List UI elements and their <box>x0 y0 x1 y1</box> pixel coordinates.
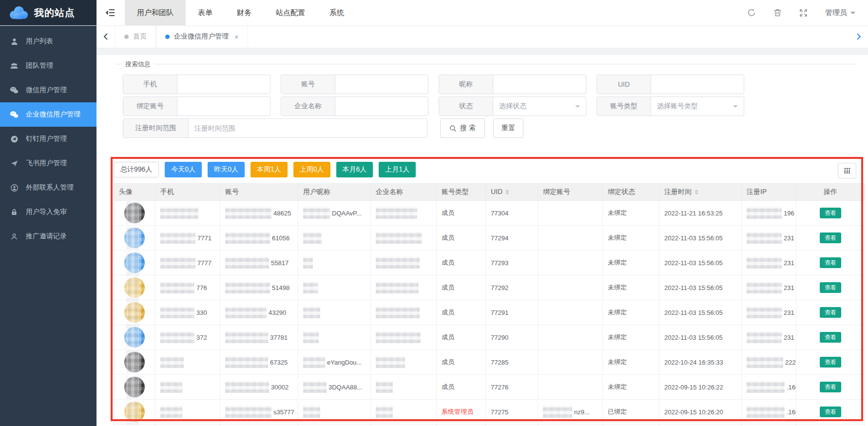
column-header-reg_time[interactable]: 注册时间 <box>659 184 742 201</box>
stat-this-week[interactable]: 本周1人 <box>251 162 288 177</box>
tab-wecom-user-mgmt[interactable]: 企业微信用户管理 × <box>156 25 248 48</box>
cell-avatar <box>114 400 155 425</box>
cell-bind_status: 已绑定 <box>603 400 659 425</box>
cell-account: s35777 <box>220 400 298 425</box>
sidebar-item-external-contacts[interactable]: 外部联系人管理 <box>0 175 96 200</box>
redacted-block <box>225 207 271 219</box>
top-tab-forms[interactable]: 表单 <box>186 0 225 25</box>
view-button[interactable]: 查看 <box>820 232 841 243</box>
table-row: 300023DQAA88...成员77276未绑定2022-09-15 10:2… <box>114 375 865 400</box>
view-button[interactable]: 查看 <box>820 307 841 318</box>
phone-field-group: 手机 <box>123 75 270 94</box>
sidebar-item-dingtalk-user-mgmt[interactable]: 钉钉用户管理 <box>0 127 96 151</box>
cell-type: 成员 <box>437 350 486 375</box>
column-header-uid[interactable]: UID <box>486 184 538 201</box>
view-button[interactable]: 查看 <box>820 407 841 417</box>
cell-bind <box>538 350 603 375</box>
tab-home[interactable]: 首页 <box>115 25 156 48</box>
cell-action: 查看 <box>796 226 865 251</box>
redacted-block <box>225 381 269 393</box>
uid-input[interactable] <box>651 75 744 94</box>
cell-ip: .160 <box>742 400 796 425</box>
tabs-scroll-left-icon[interactable] <box>96 25 115 48</box>
top-tab-finance[interactable]: 财务 <box>225 0 264 25</box>
sidebar-item-wecom-user-mgmt[interactable]: 企业微信用户管理 <box>0 102 96 127</box>
account-input[interactable] <box>335 75 428 94</box>
bind-account-input[interactable] <box>177 97 270 116</box>
nickname-input[interactable] <box>493 75 586 94</box>
cell-ip: 222 <box>742 350 796 375</box>
brand-logo: 我的站点 <box>0 0 96 25</box>
cell-empty <box>538 425 603 426</box>
redacted-block <box>303 406 320 418</box>
stat-last-week[interactable]: 上周0人 <box>293 162 330 177</box>
redacted-block <box>303 307 320 318</box>
refresh-icon[interactable] <box>747 8 756 17</box>
cell-reg_time: 2022-09-15 10:26:22 <box>659 375 742 400</box>
stat-yesterday[interactable]: 昨天0人 <box>208 162 245 177</box>
cell-bind_status: 未绑定 <box>603 226 659 251</box>
tab-home-label: 首页 <box>133 32 147 41</box>
cell-company <box>371 350 437 375</box>
column-header-type: 账号类型 <box>437 184 486 201</box>
company-input[interactable] <box>335 97 428 116</box>
redacted-block <box>747 356 783 368</box>
view-button[interactable]: 查看 <box>820 382 841 392</box>
stat-this-month[interactable]: 本月6人 <box>336 162 373 177</box>
cell-empty <box>220 425 298 426</box>
redacted-block <box>160 356 184 368</box>
top-nav: 用户和团队 表单 财务 站点配置 系统 <box>125 0 356 25</box>
redacted-block <box>303 207 330 219</box>
tabs-scroll-right-icon[interactable] <box>849 25 868 48</box>
phone-input[interactable] <box>177 75 270 94</box>
sidebar-item-invite-records[interactable]: 推广邀请记录 <box>0 224 96 249</box>
sidebar-item-user-import[interactable]: 用户导入免审 <box>0 200 96 224</box>
admin-menu[interactable]: 管理员 <box>825 8 855 18</box>
sidebar-item-team-mgmt[interactable]: 团队管理 <box>0 54 96 78</box>
sidebar-item-feishu-user-mgmt[interactable]: 飞书用户管理 <box>0 151 96 175</box>
cell-uid: 77304 <box>486 201 538 226</box>
collapse-sidebar-icon[interactable] <box>96 0 125 25</box>
cell-type: 成员 <box>437 300 486 325</box>
stat-last-month[interactable]: 上月1人 <box>379 162 416 177</box>
reset-button[interactable]: 重置 <box>493 118 523 138</box>
trash-icon[interactable] <box>773 8 782 17</box>
account-type-select[interactable]: 选择账号类型 <box>651 97 744 116</box>
view-button[interactable]: 查看 <box>820 257 841 268</box>
cell-uid: 77294 <box>486 226 538 251</box>
redacted-block <box>376 331 421 343</box>
account-type-label: 成员 <box>442 333 454 341</box>
top-tab-site-config[interactable]: 站点配置 <box>264 0 317 25</box>
search-button[interactable]: 搜 索 <box>440 118 485 138</box>
fullscreen-icon[interactable] <box>799 9 808 17</box>
status-select[interactable]: 选择状态 <box>493 97 586 116</box>
sidebar-item-user-list[interactable]: 用户列表 <box>0 29 96 54</box>
close-icon[interactable]: × <box>234 33 239 41</box>
account-type-label: 成员 <box>442 383 454 390</box>
stat-today[interactable]: 今天0人 <box>165 162 202 177</box>
cell-phone: 7777 <box>155 251 220 275</box>
cell-bind <box>538 251 603 275</box>
view-button[interactable]: 查看 <box>820 357 841 368</box>
view-button[interactable]: 查看 <box>820 332 841 343</box>
cell-action: 查看 <box>796 325 865 350</box>
avatar <box>124 352 145 372</box>
stat-total[interactable]: 总计996人 <box>114 162 159 177</box>
stats-row: 总计996人 今天0人 昨天0人 本周1人 上周0人 本月6人 上月1人 <box>114 162 860 177</box>
cell-bind_status: 未绑定 <box>603 350 659 375</box>
table-header-row: 头像手机账号用户昵称企业名称账号类型UID绑定账号绑定状态注册时间注册IP操作 <box>114 184 865 201</box>
view-button[interactable]: 查看 <box>820 282 841 293</box>
redacted-block <box>225 307 267 318</box>
column-settings-button[interactable] <box>838 163 856 178</box>
cell-type: 成员 <box>437 201 486 226</box>
cell-bind <box>538 375 603 400</box>
account-type-label: 成员 <box>442 358 454 366</box>
column-header-bind: 绑定账号 <box>538 184 603 201</box>
sidebar-item-wechat-user-mgmt[interactable]: 微信用户管理 <box>0 78 96 102</box>
phone-field-label: 手机 <box>123 75 177 94</box>
sort-carets-icon <box>694 188 698 196</box>
top-tab-system[interactable]: 系统 <box>317 0 356 25</box>
top-tab-users-teams[interactable]: 用户和团队 <box>125 0 186 25</box>
view-button[interactable]: 查看 <box>820 208 841 218</box>
reg-range-input[interactable] <box>189 119 427 137</box>
